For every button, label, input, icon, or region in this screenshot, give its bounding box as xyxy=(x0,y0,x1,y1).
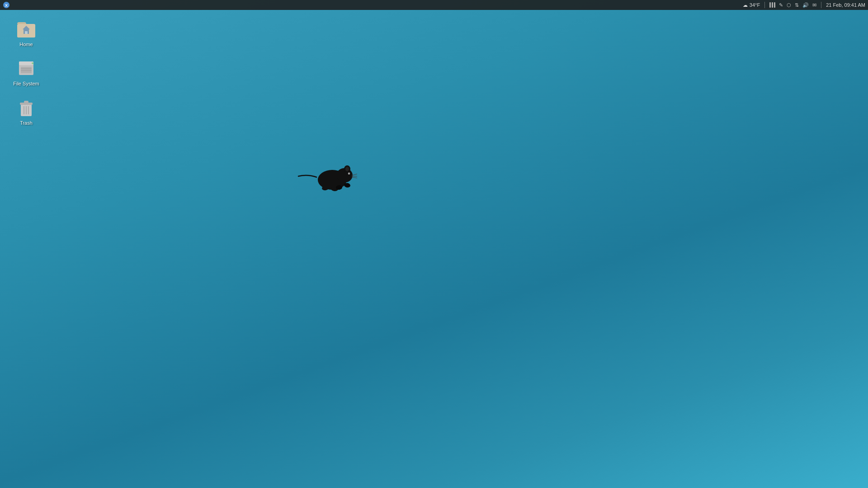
filesystem-icon-label: File System xyxy=(13,80,39,87)
plugin-dot-2 xyxy=(772,2,773,8)
svg-rect-9 xyxy=(21,67,32,73)
taskbar-left: X xyxy=(3,1,10,9)
tray-separator-2 xyxy=(821,2,821,8)
svg-point-22 xyxy=(345,167,349,171)
volume-icon[interactable]: 🔊 xyxy=(802,2,809,8)
weather-temperature: 34°F xyxy=(750,2,760,8)
weather-widget[interactable]: ☁ 34°F xyxy=(743,2,760,8)
settings-icon[interactable]: ✎ xyxy=(779,2,783,8)
bluetooth-icon[interactable]: ⬡ xyxy=(787,2,791,8)
svg-rect-8 xyxy=(19,61,33,65)
xfce-logo-icon[interactable]: X xyxy=(3,1,10,9)
svg-point-24 xyxy=(349,173,349,174)
home-icon-image xyxy=(15,18,37,39)
plugin-dot-1 xyxy=(769,2,771,8)
desktop-icon-filesystem[interactable]: File System xyxy=(8,55,44,89)
mouse-mascot xyxy=(294,158,357,194)
desktop-icon-home[interactable]: Home xyxy=(8,16,44,49)
svg-rect-15 xyxy=(24,101,28,103)
datetime-display[interactable]: 21 Feb, 09:41 AM xyxy=(826,2,865,8)
svg-text:X: X xyxy=(5,3,8,8)
taskbar-right: ☁ 34°F ✎ ⬡ ⇅ 🔊 ✉ 21 Feb, 09:41 AM xyxy=(743,2,865,8)
desktop-icon-trash[interactable]: Trash xyxy=(8,94,44,128)
svg-line-27 xyxy=(352,177,357,178)
weather-icon: ☁ xyxy=(743,2,748,8)
svg-point-12 xyxy=(32,62,33,64)
plugin-bars[interactable] xyxy=(769,2,775,8)
trash-icon-label: Trash xyxy=(20,120,33,126)
home-icon-label: Home xyxy=(19,41,33,47)
tray-separator-1 xyxy=(764,2,765,8)
taskbar: X ☁ 34°F ✎ ⬡ ⇅ 🔊 ✉ 21 Feb, 09:41 AM xyxy=(0,0,868,10)
network-icon[interactable]: ⇅ xyxy=(795,2,799,8)
filesystem-icon-image xyxy=(15,57,37,79)
trash-icon-image xyxy=(15,96,37,118)
plugin-dot-3 xyxy=(774,2,775,8)
email-icon[interactable]: ✉ xyxy=(812,2,816,8)
svg-rect-6 xyxy=(25,31,28,34)
